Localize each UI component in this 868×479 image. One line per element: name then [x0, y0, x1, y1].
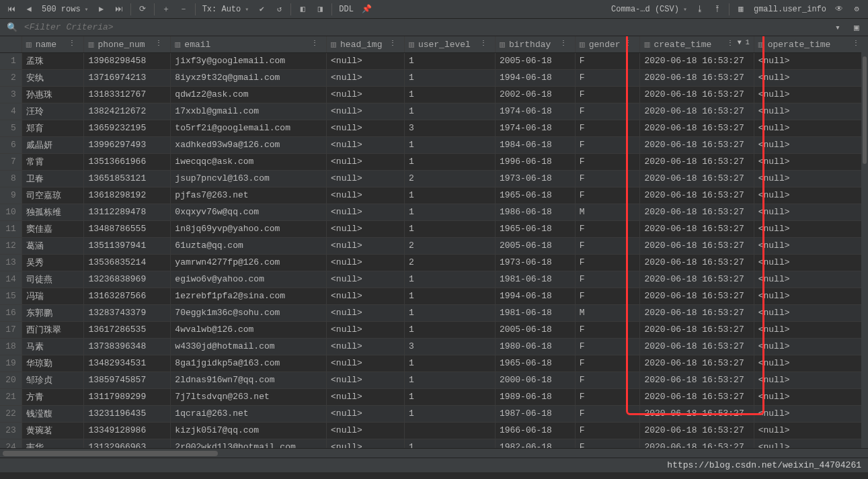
cell-name[interactable]: 窦佳嘉 [22, 220, 84, 237]
row-number[interactable]: 19 [0, 355, 22, 372]
cell-create_time[interactable]: 2020-06-18 16:53:27 [640, 355, 754, 372]
cell-email[interactable]: 70eggk1m36c@sohu.com [171, 304, 327, 321]
cell-gender[interactable]: F [575, 136, 640, 153]
cell-phone_num[interactable]: 13618298192 [84, 187, 171, 204]
export-format-dropdown[interactable]: Comma-…d (CSV) [608, 5, 690, 14]
view-icon[interactable]: 👁 [832, 2, 846, 17]
cell-phone_num[interactable]: 13488786555 [84, 220, 171, 237]
settings-icon[interactable]: ⚙ [849, 2, 864, 17]
cell-user_level[interactable]: 3 [404, 120, 495, 136]
cell-birthday[interactable]: 1994-06-18 [495, 69, 575, 86]
cell-gender[interactable]: F [575, 187, 640, 204]
vertical-scrollbar[interactable] [861, 36, 868, 455]
column-menu-icon[interactable]: ⋮ [311, 39, 318, 47]
cell-gender[interactable]: F [575, 170, 640, 187]
cell-email[interactable]: 8iyxz9t32q@gmail.com [171, 69, 327, 86]
cell-head_img[interactable]: <null> [327, 338, 405, 355]
column-header-gender[interactable]: ▥gender⋮ [575, 36, 640, 52]
cell-birthday[interactable]: 1982-06-18 [495, 439, 575, 448]
cell-create_time[interactable]: 2020-06-18 16:53:27 [640, 237, 754, 254]
horizontal-scroll-thumb[interactable] [3, 451, 218, 456]
row-number[interactable]: 1 [0, 52, 22, 69]
row-number[interactable]: 8 [0, 170, 22, 187]
cell-gender[interactable]: M [575, 204, 640, 220]
cell-user_level[interactable] [404, 422, 495, 439]
cell-name[interactable]: 马素 [22, 338, 84, 355]
cell-birthday[interactable]: 1987-06-18 [495, 405, 575, 422]
cell-create_time[interactable]: 2020-06-18 16:53:27 [640, 153, 754, 170]
cell-user_level[interactable]: 1 [404, 103, 495, 120]
cell-name[interactable]: 韦华 [22, 439, 84, 448]
last-page-icon[interactable]: ⏭ [112, 2, 126, 17]
cell-phone_num[interactable]: 13231196435 [84, 405, 171, 422]
download-icon[interactable]: ⭳ [693, 2, 707, 17]
row-number[interactable]: 17 [0, 321, 22, 338]
cell-user_level[interactable]: 1 [404, 304, 495, 321]
cell-gender[interactable]: F [575, 422, 640, 439]
cell-head_img[interactable]: <null> [327, 355, 405, 372]
cell-phone_num[interactable]: 13183312767 [84, 86, 171, 103]
table-row[interactable]: 6戚晶妍13996297493xadhked93w9a@126.com<null… [0, 136, 868, 153]
cell-operate_time[interactable]: <null> [754, 405, 867, 422]
cell-head_img[interactable]: <null> [327, 120, 405, 136]
cell-create_time[interactable]: 2020-06-18 16:53:27 [640, 103, 754, 120]
table-row[interactable]: 20邹珍贞138597458572ldnas916wn7@qq.com<null… [0, 372, 868, 388]
column-menu-icon[interactable]: ⋮ [727, 39, 734, 47]
cell-gender[interactable]: F [575, 321, 640, 338]
column-header-name[interactable]: ▥name⋮ [22, 36, 84, 52]
column-menu-icon[interactable]: ⋮ [625, 39, 631, 47]
cell-head_img[interactable]: <null> [327, 52, 405, 69]
table-row[interactable]: 24韦华131329669632r002wkd1l3@hotmail.com<n… [0, 439, 868, 448]
cell-create_time[interactable]: 2020-06-18 16:53:27 [640, 220, 754, 237]
cell-user_level[interactable]: 1 [404, 153, 495, 170]
cell-name[interactable]: 黄琬茗 [22, 422, 84, 439]
cell-head_img[interactable]: <null> [327, 103, 405, 120]
cell-gender[interactable]: F [575, 338, 640, 355]
row-number[interactable]: 22 [0, 405, 22, 422]
cell-create_time[interactable]: 2020-06-18 16:53:27 [640, 170, 754, 187]
cell-gender[interactable]: F [575, 254, 640, 271]
row-number[interactable]: 10 [0, 204, 22, 220]
cell-email[interactable]: kizjk05i7@qq.com [171, 422, 327, 439]
cell-phone_num[interactable]: 13132966963 [84, 439, 171, 448]
cell-phone_num[interactable]: 13617286535 [84, 321, 171, 338]
cell-phone_num[interactable]: 13511397941 [84, 237, 171, 254]
cell-phone_num[interactable]: 13283743379 [84, 304, 171, 321]
cell-head_img[interactable]: <null> [327, 388, 405, 405]
cell-user_level[interactable]: 1 [404, 321, 495, 338]
cell-phone_num[interactable]: 13716974213 [84, 69, 171, 86]
cell-create_time[interactable]: 2020-06-18 16:53:27 [640, 187, 754, 204]
cell-name[interactable]: 葛涵 [22, 237, 84, 254]
table-row[interactable]: 3孙惠珠13183312767qdw1z2@ask.com<null>12002… [0, 86, 868, 103]
table-row[interactable]: 16东郭鹏1328374337970eggk1m36c@sohu.com<nul… [0, 304, 868, 321]
cell-create_time[interactable]: 2020-06-18 16:53:27 [640, 204, 754, 220]
cell-user_level[interactable]: 1 [404, 355, 495, 372]
column-menu-icon[interactable]: ⋮ [69, 39, 75, 47]
cell-phone_num[interactable]: 13996297493 [84, 136, 171, 153]
cell-name[interactable]: 孙惠珠 [22, 86, 84, 103]
cell-email[interactable]: iwecqqc@ask.com [171, 153, 327, 170]
cell-phone_num[interactable]: 13117989299 [84, 388, 171, 405]
cell-user_level[interactable]: 2 [404, 170, 495, 187]
row-number[interactable]: 20 [0, 372, 22, 388]
table-row[interactable]: 2安纨137169742138iyxz9t32q@gmail.com<null>… [0, 69, 868, 86]
cell-head_img[interactable]: <null> [327, 254, 405, 271]
column-header-head_img[interactable]: ▥head_img⋮ [327, 36, 405, 52]
cell-gender[interactable]: F [575, 388, 640, 405]
prev-page-icon[interactable]: ◀ [22, 2, 36, 17]
cell-gender[interactable]: F [575, 372, 640, 388]
cell-operate_time[interactable]: <null> [754, 271, 867, 288]
cell-phone_num[interactable]: 13349128986 [84, 422, 171, 439]
table-row[interactable]: 18马素13738396348w4330jd@hotmail.com<null>… [0, 338, 868, 355]
cell-gender[interactable]: F [575, 220, 640, 237]
cell-email[interactable]: 0xqxyv76w@qq.com [171, 204, 327, 220]
cell-email[interactable]: to5rf2i@googlemail.com [171, 120, 327, 136]
horizontal-scrollbar[interactable] [0, 448, 868, 458]
cell-gender[interactable]: F [575, 153, 640, 170]
cell-head_img[interactable]: <null> [327, 170, 405, 187]
cell-create_time[interactable]: 2020-06-18 16:53:27 [640, 372, 754, 388]
cell-name[interactable]: 独孤栋维 [22, 204, 84, 220]
cell-user_level[interactable]: 1 [404, 405, 495, 422]
cell-birthday[interactable]: 1965-06-18 [495, 355, 575, 372]
cell-operate_time[interactable]: <null> [754, 69, 867, 86]
